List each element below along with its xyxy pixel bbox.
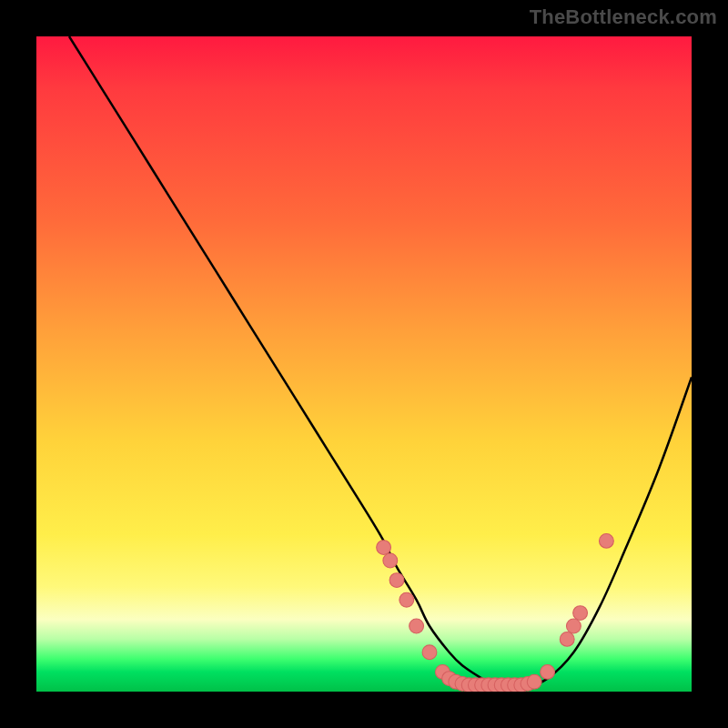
data-point [527,674,541,689]
data-point [599,533,613,548]
data-point [410,619,424,633]
plot-area [36,36,692,692]
data-point [399,592,414,607]
data-point [541,664,555,679]
data-point [422,645,437,660]
chart-frame: TheBottleneck.com [0,0,728,728]
chart-svg [36,36,692,692]
bottleneck-curve [69,36,692,685]
data-point [573,606,588,621]
data-point [566,619,581,633]
data-point [377,541,391,555]
data-point [389,573,404,588]
attribution-text: TheBottleneck.com [530,5,717,29]
data-point [560,632,574,646]
data-points [377,533,614,692]
data-point [383,553,398,568]
